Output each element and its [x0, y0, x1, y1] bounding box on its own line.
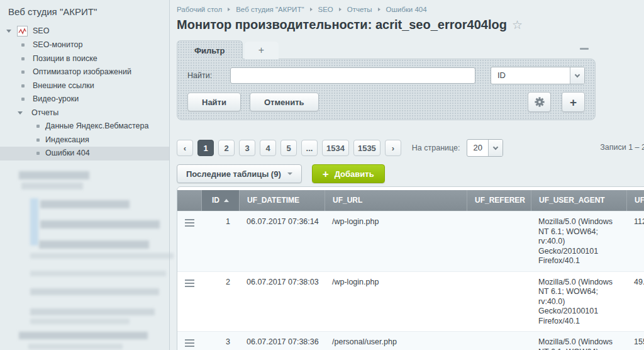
sidebar-item-yandex-webmaster-data[interactable]: Данные Яндекс.Вебмастера [0, 120, 169, 133]
sidebar-title: Веб студия "АКРИТ" [0, 0, 169, 20]
per-page-select[interactable]: 20 [467, 139, 503, 157]
gear-icon [535, 97, 545, 107]
caret-down-icon [287, 172, 292, 175]
column-header-uf-ip[interactable]: UF_ [626, 190, 644, 211]
sort-asc-icon [224, 199, 229, 202]
main-content: Рабочий стол Веб студия "АКРИТ" SEO Отче… [170, 0, 644, 350]
sidebar-item-seo[interactable]: SEO [0, 23, 169, 38]
breadcrumb-link[interactable]: Отчеты [347, 6, 372, 13]
column-header-uf-url[interactable]: UF_URL [325, 190, 467, 211]
sidebar-item-video-lessons[interactable]: Видео-уроки [0, 93, 169, 106]
cell-url: /wp-login.php [325, 272, 467, 332]
plus-icon: + [570, 96, 577, 108]
breadcrumb-link[interactable]: Веб студия "АКРИТ" [236, 6, 304, 13]
filter-panel: Фильтр + Найти: ID Найти Отменить [177, 40, 596, 120]
sidebar-item-label: Позиции в поиске [33, 54, 97, 63]
sidebar-item-label: Ошибки 404 [45, 149, 90, 157]
breadcrumb-arrow-icon [339, 8, 341, 11]
add-filter-field-button[interactable]: + [562, 92, 585, 112]
breadcrumb-link[interactable]: SEO [318, 6, 333, 13]
filter-body: Найти: ID Найти Отменить [177, 59, 596, 120]
cell-datetime: 06.07.2017 07:38:03 [239, 272, 325, 332]
add-filter-tab-button[interactable]: + [245, 42, 279, 59]
breadcrumb-link[interactable]: Рабочий стол [177, 6, 222, 13]
column-header-uf-user-agent[interactable]: UF_USER_AGENT [531, 190, 626, 211]
cell-referer [467, 272, 531, 332]
column-header-uf-referer[interactable]: UF_REFERER [467, 190, 531, 211]
table-row: 3 06.07.2017 07:38:36 /personal/user.php… [177, 331, 644, 350]
sidebar-item-label: SEO-монитор [33, 40, 82, 49]
sidebar-item-positions[interactable]: Позиции в поиске [0, 52, 169, 66]
per-page-value: 20 [467, 140, 488, 156]
breadcrumb-arrow-icon [378, 8, 380, 11]
per-page-label: На странице: [412, 144, 460, 152]
column-header-id[interactable]: ID [201, 190, 239, 211]
chevron-down-icon[interactable] [488, 140, 502, 156]
bullet-icon [21, 84, 25, 88]
column-header-uf-datetime[interactable]: UF_DATETIME [239, 190, 325, 211]
sidebar-item-label: Внешние ссылки [33, 81, 94, 90]
sidebar: Веб студия "АКРИТ" SEO SEO-монитор Позиц… [0, 0, 170, 350]
sidebar-item-errors-404[interactable]: Ошибки 404 [0, 147, 169, 161]
cell-ip: 155.1 [626, 332, 644, 350]
collapse-arrow-icon[interactable] [6, 30, 11, 33]
page-button[interactable]: 5 [280, 140, 297, 156]
sidebar-item-seo-monitor[interactable]: SEO-монитор [0, 38, 169, 52]
page-button[interactable]: 1534 [322, 140, 349, 156]
bullet-icon [21, 57, 25, 60]
bullet-icon [21, 43, 25, 47]
cancel-button[interactable]: Отменить [250, 93, 319, 111]
page-button[interactable]: 1 [197, 140, 214, 156]
sidebar-item-label: Видео-уроки [33, 94, 79, 103]
table-row: 2 06.07.2017 07:38:03 /wp-login.php Mozi… [177, 271, 644, 332]
tab-filter[interactable]: Фильтр [177, 40, 243, 59]
page-button[interactable]: 1535 [353, 140, 380, 156]
sidebar-item-label: Отчеты [31, 108, 58, 117]
find-button[interactable]: Найти [187, 93, 241, 111]
bullet-icon [21, 98, 25, 101]
recent-tables-label: Последние таблицы (9) [186, 169, 281, 179]
recent-tables-button[interactable]: Последние таблицы (9) [177, 164, 302, 183]
sidebar-item-image-optimizer[interactable]: Оптимизатор изображений [0, 65, 169, 79]
page-button[interactable]: 3 [239, 140, 255, 156]
sidebar-item-label: Данные Яндекс.Вебмастера [45, 121, 148, 130]
chevron-down-icon[interactable] [570, 67, 584, 84]
bullet-icon [36, 152, 40, 155]
page-ellipsis-button[interactable]: ... [301, 140, 318, 156]
bullet-icon [36, 138, 40, 142]
cell-referer [467, 212, 531, 271]
sidebar-item-label: SEO [33, 26, 49, 35]
next-page-button[interactable]: › [385, 140, 401, 156]
sidebar-item-reports[interactable]: Отчеты [0, 106, 169, 120]
cell-user-agent: Mozilla/5.0 (Windows NT 6.1; WOW64; rv:4… [531, 272, 626, 332]
data-grid: ID UF_DATETIME UF_URL UF_REFERER UF_USER… [177, 186, 644, 350]
favorite-star-icon[interactable]: ☆ [512, 18, 523, 32]
search-input[interactable] [230, 67, 475, 84]
page-button[interactable]: 2 [218, 140, 235, 156]
sidebar-item-indexing[interactable]: Индексация [0, 133, 169, 147]
cell-user-agent: Mozilla/5.0 (Windows NT 6.1; WOW64; rv:4… [531, 212, 626, 271]
collapse-arrow-icon[interactable] [18, 111, 23, 115]
page-button[interactable]: 4 [260, 140, 276, 156]
column-label: ID [212, 190, 219, 211]
sidebar-tree: SEO SEO-монитор Позиции в поиске Оптимиз… [0, 23, 169, 161]
field-select[interactable]: ID [491, 67, 585, 84]
prev-page-button[interactable]: ‹ [177, 140, 193, 156]
breadcrumb-arrow-icon [310, 8, 313, 11]
row-menu-icon[interactable] [185, 219, 194, 227]
cell-url: /wp-login.php [325, 212, 467, 271]
sidebar-item-external-links[interactable]: Внешние ссылки [0, 79, 169, 93]
sidebar-item-label: Оптимизатор изображений [33, 67, 131, 76]
collapse-filter-icon[interactable] [580, 48, 589, 50]
breadcrumb: Рабочий стол Веб студия "АКРИТ" SEO Отче… [177, 0, 644, 13]
add-record-button[interactable]: + Добавить [312, 164, 385, 183]
seo-module-icon [17, 26, 28, 37]
filter-settings-button[interactable] [528, 92, 551, 112]
breadcrumb-link[interactable]: Ошибки 404 [386, 6, 427, 13]
filter-tabs: Фильтр + [177, 40, 596, 59]
add-record-label: Добавить [335, 169, 374, 179]
grid-header-handle [177, 190, 201, 211]
row-menu-icon[interactable] [185, 339, 194, 347]
pagination: ‹ 1 2 3 4 5 ... 1534 1535 › На странице:… [177, 139, 644, 157]
row-menu-icon[interactable] [185, 279, 194, 287]
